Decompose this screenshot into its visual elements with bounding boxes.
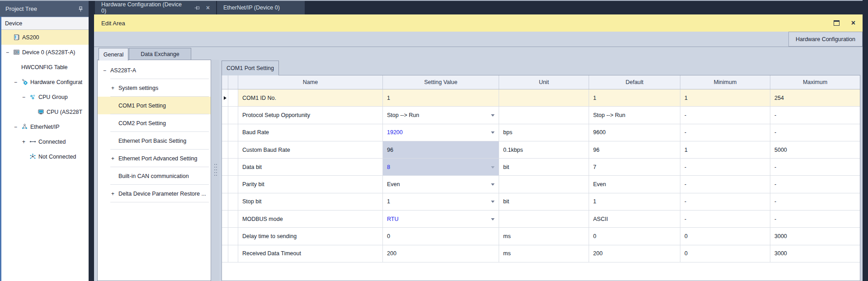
tree-item-delta-device-parameter-restore[interactable]: +Delta Device Parameter Restore ... (98, 185, 211, 202)
pin-icon[interactable] (194, 5, 200, 10)
pin-icon[interactable] (78, 6, 83, 12)
default-cell: 9600 (589, 124, 680, 141)
setting-value-cell[interactable]: 0 (383, 228, 499, 244)
row-indicator-cell (222, 211, 228, 227)
minimum-cell: - (680, 159, 770, 175)
row-indicator-cell (222, 193, 228, 210)
tree-item-com2-port-setting[interactable]: COM2 Port Setting (98, 114, 211, 132)
dropdown-arrow-icon[interactable] (491, 114, 495, 117)
setting-value-cell[interactable]: Stop --> Run (383, 107, 499, 123)
setting-value-cell[interactable]: RTU (383, 211, 499, 227)
tab-data-exchange[interactable]: Data Exchange (129, 48, 191, 60)
dropdown-arrow-icon[interactable] (491, 201, 495, 203)
editor-area: Hardware Configuration (Device 0) × Ethe… (94, 1, 863, 281)
default-cell: 200 (589, 245, 680, 262)
tree-item-ethernet-port-basic-setting[interactable]: Ethernet Port Basic Setting (98, 132, 211, 150)
setting-value-cell[interactable]: 8 (383, 159, 499, 175)
default-cell: ASCII (589, 211, 680, 227)
maximum-cell: - (770, 159, 860, 175)
setting-value-cell[interactable]: 96 (383, 141, 499, 158)
tree-item-ethernet-ip[interactable]: −EtherNet/IP (1, 119, 89, 134)
row-indicator-cell (222, 159, 228, 175)
setting-value-text: RTU (387, 216, 398, 222)
tree-item-label: Ethernet Port Advanced Setting (118, 155, 197, 162)
row-indicator-cell (222, 228, 228, 244)
dropdown-arrow-icon[interactable] (491, 218, 495, 220)
dropdown-arrow-icon[interactable] (491, 183, 495, 186)
tree-item-as228t-a[interactable]: − AS228T-A (98, 61, 211, 79)
setting-value-cell[interactable]: Even (383, 176, 499, 192)
minimum-cell: - (680, 107, 770, 123)
close-icon[interactable]: × (206, 5, 210, 11)
tree-item-device-0-as228t-a[interactable]: −Device 0 (AS228T-A) (1, 45, 89, 60)
setting-row-delay-time-to-sending: Delay time to sending0ms003000 (222, 228, 860, 245)
restore-window-icon[interactable] (834, 20, 840, 26)
setting-name-cell: Parity bit (238, 176, 383, 192)
minimum-cell: - (680, 124, 770, 141)
editor-content: General Data Exchange − AS228T-A +System… (94, 47, 863, 281)
dropdown-arrow-icon[interactable] (491, 166, 495, 169)
setting-name-cell: Delay time to sending (238, 228, 383, 244)
project-tree-title: Project Tree (5, 5, 78, 12)
expander-icon[interactable]: − (14, 79, 21, 85)
minimum-cell: 1 (680, 141, 770, 158)
setting-row-modbus-mode: MODBUS modeRTUASCII-- (222, 211, 860, 228)
setting-row-protocol-setup-opportunity: Protocol Setup OpportunityStop --> RunSt… (222, 107, 860, 124)
tab-com1-port-setting[interactable]: COM1 Port Setting (222, 61, 279, 75)
setting-value-cell[interactable]: 200 (383, 245, 499, 262)
setting-value-text: 8 (387, 164, 390, 170)
tab-ethernet-ip[interactable]: EtherNet/IP (Device 0) (217, 1, 305, 14)
setting-name-cell: COM1 ID No. (238, 89, 383, 106)
row-indicator-cell (222, 124, 228, 141)
tab-label: COM1 Port Setting (226, 65, 274, 71)
tree-item-built-in-can-communication[interactable]: Built-in CAN communication (98, 167, 211, 185)
project-tree-body: Device AS200−Device 0 (AS228T-A)HWCONFIG… (0, 17, 89, 281)
unit-cell: bit (499, 159, 589, 175)
tree-item-cpu-group[interactable]: −CPU Group (1, 89, 89, 104)
setting-value-text: Even (387, 181, 400, 187)
close-icon[interactable]: × (851, 19, 855, 27)
panel-splitter[interactable] (212, 60, 219, 281)
setting-row-baud-rate: Baud Rate19200bps9600-- (222, 124, 860, 141)
hardware-configuration-caption[interactable]: Hardware Configuration (788, 32, 863, 47)
setting-value-text: 1 (387, 95, 390, 101)
row-indicator-cell (222, 107, 228, 123)
setting-name-cell: MODBUS mode (238, 211, 383, 227)
tree-item-not-connected[interactable]: Not Connected (1, 149, 89, 164)
tree-item-label: Hardware Configurat (30, 79, 82, 85)
setting-value-text: 96 (387, 147, 393, 153)
tab-hardware-configuration[interactable]: Hardware Configuration (Device 0) × (95, 1, 216, 14)
tree-item-cpu-as228t[interactable]: CPU (AS228T (1, 104, 89, 119)
tree-item-ethernet-port-advanced-setting[interactable]: +Ethernet Port Advanced Setting (98, 150, 211, 167)
edit-area-titlebar: Edit Area × (94, 14, 863, 32)
plc-rack-icon (13, 49, 22, 56)
expander-icon[interactable]: + (111, 155, 118, 162)
tree-item-system-settings[interactable]: +System settings (98, 79, 211, 97)
expander-icon[interactable]: − (6, 49, 13, 56)
expander-icon[interactable]: + (111, 191, 118, 197)
tab-general[interactable]: General (99, 48, 128, 61)
tree-item-as200[interactable]: AS200 (1, 30, 89, 45)
collapse-icon[interactable]: − (103, 67, 110, 74)
tree-item-label: CPU Group (38, 94, 68, 100)
expander-icon[interactable]: − (22, 94, 29, 100)
minimum-cell: 0 (680, 228, 770, 244)
tree-item-hardware-configurat[interactable]: −Hardware Configurat (1, 75, 89, 89)
tree-item-com1-port-setting[interactable]: COM1 Port Setting (98, 97, 211, 114)
column-header-setting-value: Setting Value (383, 75, 499, 89)
setting-row-custom-baud-rate: Custom Baud Rate960.1kbps9615000 (222, 141, 860, 159)
project-tree-section-device: Device (1, 17, 89, 30)
tree-item-connected[interactable]: +Connected (1, 134, 89, 149)
dropdown-arrow-icon[interactable] (491, 131, 495, 134)
setting-value-cell[interactable]: 1 (383, 193, 499, 210)
maximum-cell: 3000 (770, 245, 860, 262)
setting-value-text: Stop --> Run (387, 112, 419, 118)
default-cell: 7 (589, 159, 680, 175)
expander-icon[interactable]: + (22, 139, 29, 145)
setting-value-cell[interactable]: 19200 (383, 124, 499, 141)
tree-item-hwconfig-table[interactable]: HWCONFIG Table (1, 60, 89, 75)
maximum-cell: 254 (770, 89, 860, 106)
expander-icon[interactable]: − (14, 124, 21, 130)
expander-icon[interactable]: + (111, 85, 118, 91)
setting-value-cell[interactable]: 1 (383, 89, 499, 106)
